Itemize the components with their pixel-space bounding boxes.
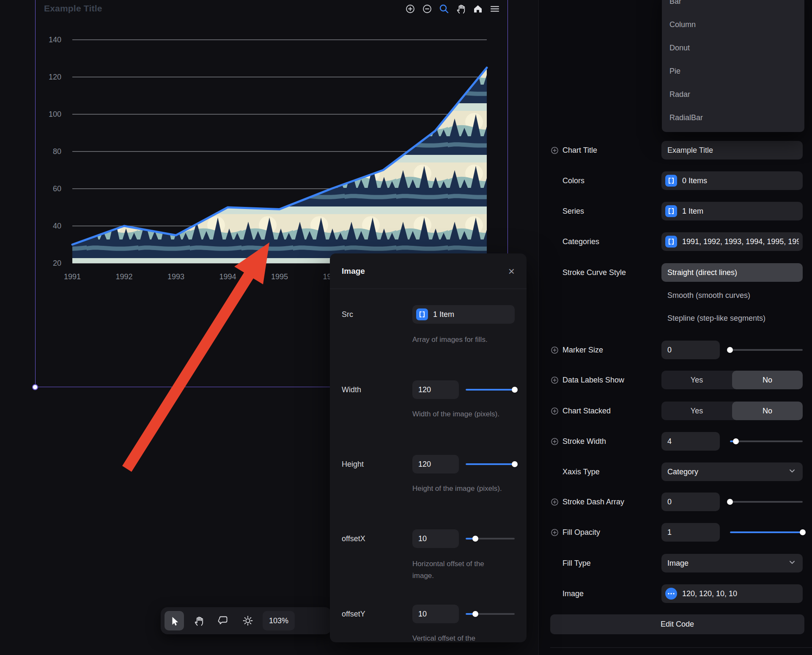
height-input[interactable] bbox=[412, 455, 459, 473]
field-label-image: Image bbox=[562, 589, 584, 598]
modal-row-height: Height bbox=[342, 455, 515, 473]
chart-stacked-yes[interactable]: Yes bbox=[661, 402, 732, 420]
colors-items-button[interactable]: 0 Items bbox=[661, 171, 803, 190]
array-icon bbox=[665, 205, 677, 217]
chevron-down-icon bbox=[787, 466, 797, 477]
curve-option-straight[interactable]: Straight (direct lines) bbox=[661, 263, 803, 282]
field-label-data-labels: Data Labels Show bbox=[562, 376, 624, 385]
selection-zoom-icon[interactable] bbox=[439, 3, 450, 14]
selection-handle[interactable] bbox=[32, 384, 38, 390]
field-label-categories: Categories bbox=[562, 237, 599, 246]
stroke-width-slider[interactable] bbox=[730, 438, 803, 445]
menu-item-column[interactable]: Column bbox=[662, 13, 804, 36]
expand-field-icon[interactable] bbox=[551, 529, 558, 536]
curve-option-smooth[interactable]: Smooth (smooth curves) bbox=[661, 286, 803, 305]
cursor-tool-button[interactable] bbox=[165, 611, 184, 630]
field-description-width: Width of the image (pixels). bbox=[412, 408, 505, 420]
offsety-input[interactable] bbox=[412, 605, 459, 623]
panel-row-colors: Colors 0 Items bbox=[551, 171, 803, 190]
src-items-count: 1 Item bbox=[433, 310, 454, 319]
offsety-slider[interactable] bbox=[466, 611, 515, 617]
expand-field-icon[interactable] bbox=[551, 438, 558, 445]
stroke-width-input[interactable] bbox=[661, 432, 720, 451]
stroke-dash-input[interactable] bbox=[661, 493, 720, 511]
src-items-button[interactable]: 1 Item bbox=[412, 305, 515, 324]
menu-item-pie[interactable]: Pie bbox=[662, 60, 804, 83]
offsetx-slider[interactable] bbox=[466, 535, 515, 542]
series-items-count: 1 Item bbox=[682, 207, 703, 216]
chart-toolbar bbox=[405, 3, 500, 14]
zoom-level-button[interactable]: 103% bbox=[263, 611, 295, 630]
field-label-stroke-dash: Stroke Dash Array bbox=[562, 498, 624, 506]
pan-icon[interactable] bbox=[455, 3, 466, 14]
chart-stacked-toggle: Yes No bbox=[661, 402, 803, 420]
chart-title-input[interactable] bbox=[661, 141, 803, 160]
panel-row-categories: Categories 1991, 1992, 1993, 1994, 1995,… bbox=[551, 232, 803, 251]
field-description-offsetx: Horizontal offset of the image. bbox=[412, 558, 505, 581]
categories-items-button[interactable]: 1991, 1992, 1993, 1994, 1995, 1996, 1997… bbox=[661, 232, 803, 251]
menu-item-donut[interactable]: Donut bbox=[662, 36, 804, 60]
width-slider[interactable] bbox=[466, 386, 515, 393]
panel-divider bbox=[550, 647, 812, 648]
field-label-chart-title: Chart Title bbox=[562, 146, 597, 155]
fill-opacity-input[interactable] bbox=[661, 523, 720, 542]
menu-item-radar[interactable]: Radar bbox=[662, 83, 804, 106]
field-label-colors: Colors bbox=[562, 176, 584, 185]
fill-opacity-slider[interactable] bbox=[730, 529, 803, 536]
hand-tool-button[interactable] bbox=[189, 611, 208, 630]
comment-tool-button[interactable] bbox=[214, 611, 233, 630]
panel-row-chart-title: Chart Title bbox=[551, 141, 803, 160]
field-description-src: Array of images for fills. bbox=[412, 334, 505, 346]
modal-row-offsetx: offsetX bbox=[342, 529, 515, 548]
colors-items-count: 0 Items bbox=[682, 176, 707, 185]
stroke-dash-slider[interactable] bbox=[730, 498, 803, 505]
field-label-width: Width bbox=[342, 385, 412, 394]
modal-title: Image bbox=[342, 267, 365, 276]
field-label-height: Height bbox=[342, 460, 412, 469]
expand-field-icon[interactable] bbox=[551, 377, 558, 384]
panel-row-marker-size: Marker Size bbox=[551, 341, 803, 359]
xaxis-type-select[interactable]: Category bbox=[661, 462, 803, 481]
curve-option-stepline[interactable]: Stepline (step-like segments) bbox=[661, 309, 803, 328]
home-icon[interactable] bbox=[472, 3, 483, 14]
zoom-out-icon[interactable] bbox=[422, 3, 433, 14]
modal-header: Image × bbox=[330, 253, 527, 289]
series-items-button[interactable]: 1 Item bbox=[661, 202, 803, 220]
field-label-series: Series bbox=[562, 207, 584, 216]
height-slider[interactable] bbox=[466, 461, 515, 468]
data-labels-yes[interactable]: Yes bbox=[661, 371, 732, 389]
menu-item-bar[interactable]: Bar bbox=[662, 0, 804, 13]
panel-row-data-labels: Data Labels Show Yes No bbox=[551, 371, 803, 389]
chevron-down-icon bbox=[787, 558, 797, 569]
width-input[interactable] bbox=[412, 380, 459, 399]
panel-row-chart-stacked: Chart Stacked Yes No bbox=[551, 402, 803, 420]
edit-code-button[interactable]: Edit Code bbox=[550, 614, 804, 634]
menu-icon[interactable] bbox=[489, 3, 500, 14]
ellipsis-icon bbox=[665, 588, 677, 600]
chart-title: Example Title bbox=[44, 3, 102, 14]
expand-field-icon[interactable] bbox=[551, 498, 558, 506]
image-settings-button[interactable]: 120, 120, 10, 10 bbox=[661, 584, 803, 603]
offsetx-input[interactable] bbox=[412, 529, 459, 548]
data-labels-no[interactable]: No bbox=[732, 371, 803, 389]
panel-row-xaxis-type: Xaxis Type Category bbox=[551, 462, 803, 481]
array-icon bbox=[416, 308, 428, 320]
expand-field-icon[interactable] bbox=[551, 347, 558, 354]
field-label-src: Src bbox=[342, 310, 412, 319]
marker-size-slider[interactable] bbox=[730, 347, 803, 353]
expand-field-icon[interactable] bbox=[551, 407, 558, 415]
zoom-in-icon[interactable] bbox=[405, 3, 416, 14]
field-label-chart-stacked: Chart Stacked bbox=[562, 407, 611, 416]
panel-row-stroke-dash: Stroke Dash Array bbox=[551, 493, 803, 511]
array-icon bbox=[665, 236, 677, 248]
chart-stacked-no[interactable]: No bbox=[732, 402, 803, 420]
data-labels-toggle: Yes No bbox=[661, 371, 803, 389]
marker-size-input[interactable] bbox=[661, 341, 720, 359]
expand-field-icon[interactable] bbox=[551, 147, 558, 154]
menu-item-radialbar[interactable]: RadialBar bbox=[662, 106, 804, 129]
panel-row-series: Series 1 Item bbox=[551, 202, 803, 220]
brightness-tool-button[interactable] bbox=[238, 611, 258, 630]
fill-type-select[interactable]: Image bbox=[661, 554, 803, 572]
field-description-offsety: Vertical offset of the bbox=[412, 633, 505, 642]
close-icon[interactable]: × bbox=[508, 266, 515, 277]
